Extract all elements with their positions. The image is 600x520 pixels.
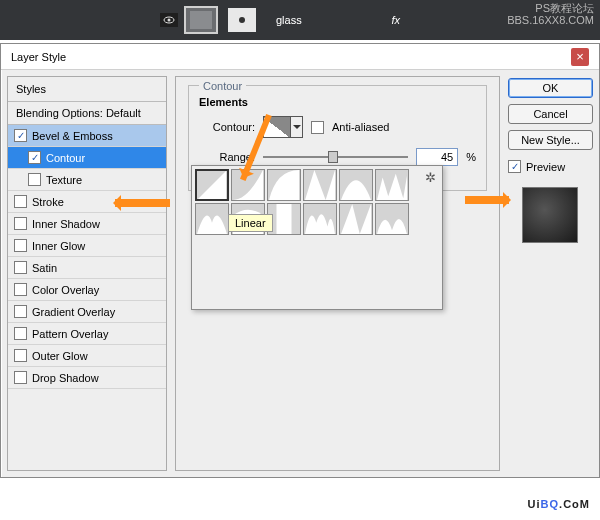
- style-label: Bevel & Emboss: [32, 130, 113, 142]
- contour-preset[interactable]: [339, 203, 373, 235]
- style-item-outer-glow[interactable]: Outer Glow: [8, 345, 166, 367]
- style-item-stroke[interactable]: Stroke: [8, 191, 166, 213]
- range-unit: %: [466, 151, 476, 163]
- antialiased-checkbox[interactable]: [311, 121, 324, 134]
- fx-badge[interactable]: fx: [391, 14, 400, 26]
- svg-point-1: [168, 19, 171, 22]
- visibility-icon[interactable]: [160, 13, 178, 27]
- contour-preset[interactable]: [303, 169, 337, 201]
- style-item-pattern-overlay[interactable]: Pattern Overlay: [8, 323, 166, 345]
- style-checkbox[interactable]: [14, 371, 27, 384]
- style-label: Contour: [46, 152, 85, 164]
- layer-style-dialog: Layer Style × Styles Blending Options: D…: [0, 43, 600, 478]
- range-input[interactable]: 45: [416, 148, 458, 166]
- watermark: PS教程论坛 BBS.16XX8.COM: [507, 2, 594, 26]
- contour-preset[interactable]: [303, 203, 337, 235]
- close-button[interactable]: ×: [571, 48, 589, 66]
- dialog-buttons: OK Cancel New Style... Preview: [508, 76, 593, 471]
- contour-preset[interactable]: [375, 169, 409, 201]
- style-checkbox[interactable]: [14, 305, 27, 318]
- style-item-contour[interactable]: Contour: [8, 147, 166, 169]
- contour-tooltip: Linear: [228, 214, 273, 232]
- dialog-titlebar: Layer Style ×: [1, 44, 599, 70]
- style-item-texture[interactable]: Texture: [8, 169, 166, 191]
- styles-list: Styles Blending Options: Default Bevel &…: [7, 76, 167, 471]
- style-label: Gradient Overlay: [32, 306, 115, 318]
- style-item-bevel-emboss[interactable]: Bevel & Emboss: [8, 125, 166, 147]
- style-checkbox[interactable]: [14, 283, 27, 296]
- new-style-button[interactable]: New Style...: [508, 130, 593, 150]
- blending-options[interactable]: Blending Options: Default: [8, 102, 166, 125]
- style-checkbox[interactable]: [14, 239, 27, 252]
- antialiased-label[interactable]: Anti-aliased: [332, 121, 389, 133]
- style-item-gradient-overlay[interactable]: Gradient Overlay: [8, 301, 166, 323]
- style-checkbox[interactable]: [14, 261, 27, 274]
- contour-picker-popup: ✲ Linear: [191, 165, 443, 310]
- styles-header[interactable]: Styles: [8, 77, 166, 102]
- group-title: Contour: [199, 80, 246, 92]
- style-label: Satin: [32, 262, 57, 274]
- layer-mask-thumbnail[interactable]: [228, 8, 256, 32]
- contour-preset[interactable]: [195, 169, 229, 201]
- dialog-title-text: Layer Style: [11, 51, 66, 63]
- style-checkbox[interactable]: [28, 151, 41, 164]
- contour-settings-panel: Contour Elements Contour: Anti-aliased R…: [175, 76, 500, 471]
- style-label: Inner Shadow: [32, 218, 100, 230]
- style-label: Texture: [46, 174, 82, 186]
- style-item-satin[interactable]: Satin: [8, 257, 166, 279]
- style-checkbox[interactable]: [28, 173, 41, 186]
- style-checkbox[interactable]: [14, 129, 27, 142]
- watermark-logo: UiBQ.CoM: [528, 488, 590, 514]
- contour-preset[interactable]: [339, 169, 373, 201]
- style-item-inner-shadow[interactable]: Inner Shadow: [8, 213, 166, 235]
- style-item-drop-shadow[interactable]: Drop Shadow: [8, 367, 166, 389]
- elements-label: Elements: [199, 96, 476, 108]
- preview-checkbox[interactable]: [508, 160, 521, 173]
- contour-preset[interactable]: [267, 169, 301, 201]
- style-label: Drop Shadow: [32, 372, 99, 384]
- preview-swatch: [522, 187, 578, 243]
- style-label: Inner Glow: [32, 240, 85, 252]
- contour-preset[interactable]: [375, 203, 409, 235]
- style-checkbox[interactable]: [14, 195, 27, 208]
- popup-menu-gear-icon[interactable]: ✲: [425, 170, 436, 185]
- style-label: Pattern Overlay: [32, 328, 108, 340]
- style-checkbox[interactable]: [14, 349, 27, 362]
- cancel-button[interactable]: Cancel: [508, 104, 593, 124]
- style-label: Color Overlay: [32, 284, 99, 296]
- preview-label[interactable]: Preview: [526, 161, 565, 173]
- layer-thumbnail[interactable]: [184, 6, 218, 34]
- contour-preset[interactable]: [195, 203, 229, 235]
- style-label: Stroke: [32, 196, 64, 208]
- range-slider[interactable]: [263, 148, 408, 166]
- style-checkbox[interactable]: [14, 327, 27, 340]
- style-checkbox[interactable]: [14, 217, 27, 230]
- style-item-inner-glow[interactable]: Inner Glow: [8, 235, 166, 257]
- ok-button[interactable]: OK: [508, 78, 593, 98]
- style-item-color-overlay[interactable]: Color Overlay: [8, 279, 166, 301]
- contour-dropdown-button[interactable]: [291, 116, 303, 138]
- layer-name[interactable]: glass: [276, 14, 302, 26]
- contour-label: Contour:: [199, 121, 255, 133]
- style-label: Outer Glow: [32, 350, 88, 362]
